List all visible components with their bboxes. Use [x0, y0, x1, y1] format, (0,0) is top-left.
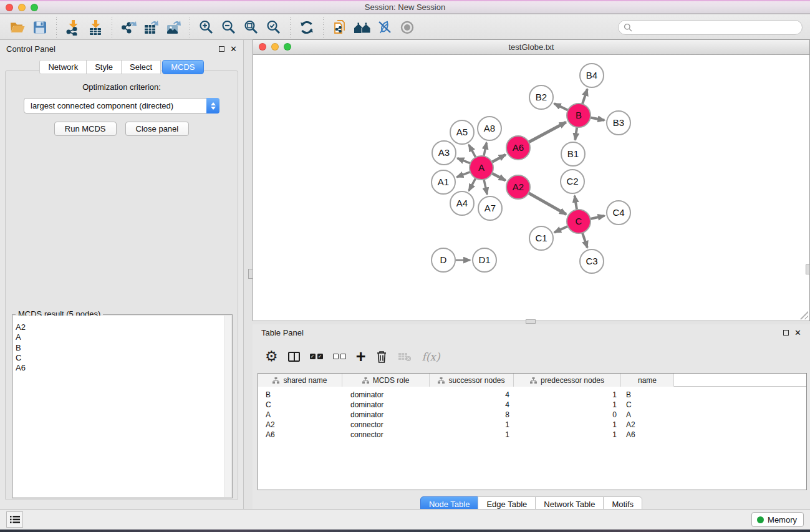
graph-edge-C-C4[interactable] — [591, 216, 605, 219]
result-item[interactable]: A6 — [13, 363, 231, 373]
float-panel-icon[interactable] — [219, 46, 224, 52]
tab-select[interactable]: Select — [121, 60, 161, 74]
graph-node-B4[interactable]: B4 — [580, 64, 604, 87]
graph-edge-A-A7[interactable] — [484, 180, 487, 195]
graph-node-D1[interactable]: D1 — [473, 248, 496, 272]
tab-mcds[interactable]: MCDS — [162, 60, 203, 74]
network-graph[interactable]: AA1A2A3A4A5A6A7A8BB1B2B3B4CC1C2C3C4DD1 — [253, 55, 809, 321]
graph-node-A2[interactable]: A2 — [506, 175, 530, 199]
graph-node-C[interactable]: C — [567, 210, 591, 233]
select-all-icon[interactable]: ✓✓ — [310, 347, 323, 366]
graph-edge-C-C2[interactable] — [575, 196, 577, 210]
close-panel-icon[interactable]: ✕ — [230, 46, 237, 52]
eye-icon[interactable] — [398, 18, 417, 37]
close-window-icon[interactable] — [6, 4, 13, 11]
clone-network-icon[interactable] — [330, 18, 349, 37]
graph-edge-C-C3[interactable] — [582, 233, 587, 248]
search-input[interactable] — [632, 23, 797, 32]
graph-node-A6[interactable]: A6 — [506, 136, 530, 160]
save-icon[interactable] — [31, 18, 49, 37]
graph-node-C3[interactable]: C3 — [580, 249, 604, 273]
tab-style[interactable]: Style — [86, 60, 122, 74]
graph-edge-C-C1[interactable] — [554, 226, 568, 233]
column-header-MCDS-role[interactable]: MCDS role — [342, 374, 430, 387]
show-columns-icon[interactable] — [288, 347, 300, 366]
graph-edge-B-B3[interactable] — [591, 118, 605, 120]
table-row[interactable]: Bdominator41B — [258, 390, 806, 400]
graph-node-A4[interactable]: A4 — [450, 191, 474, 215]
table-cell[interactable]: 1 — [514, 430, 621, 439]
minimize-window-icon[interactable] — [18, 4, 26, 11]
run-mcds-button[interactable]: Run MCDS — [54, 122, 117, 136]
table-row[interactable]: A2connector11A2 — [258, 420, 806, 430]
table-cell[interactable]: connector — [342, 420, 430, 429]
table-cell[interactable]: dominator — [342, 400, 430, 409]
graph-node-A1[interactable]: A1 — [432, 170, 455, 194]
refresh-layout-icon[interactable] — [297, 18, 316, 37]
zoom-fit-icon[interactable] — [242, 18, 261, 37]
graph-edge-B-B1[interactable] — [575, 127, 577, 140]
graph-node-B[interactable]: B — [567, 104, 591, 127]
table-row[interactable]: Adominator80A — [258, 410, 806, 420]
table-cell[interactable]: 1 — [430, 430, 514, 439]
graph-edge-A-A8[interactable] — [484, 143, 487, 157]
column-header-shared-name[interactable]: shared name — [258, 374, 342, 387]
optimization-criterion-dropdown[interactable]: largest connected component (directed) — [24, 98, 219, 114]
column-header-successor-nodes[interactable]: successor nodes — [430, 374, 514, 387]
graph-edge-A6-B[interactable] — [529, 122, 566, 142]
network-minimize-icon[interactable] — [271, 43, 279, 51]
hide-annotations-icon[interactable] — [375, 18, 394, 37]
result-item[interactable]: B — [13, 343, 231, 353]
table-cell[interactable]: 0 — [514, 410, 621, 419]
table-cell[interactable]: A6 — [258, 430, 342, 439]
graph-edge-A-A4[interactable] — [469, 178, 476, 191]
graph-node-B1[interactable]: B1 — [561, 142, 585, 166]
column-header-name[interactable]: name — [621, 374, 674, 387]
table-cell[interactable]: 4 — [430, 390, 514, 399]
graph-node-A3[interactable]: A3 — [432, 141, 456, 165]
table-cell[interactable]: C — [258, 400, 342, 409]
table-row[interactable]: A6connector11A6 — [258, 430, 806, 440]
zoom-window-icon[interactable] — [31, 4, 38, 11]
splitter-grip-right[interactable] — [806, 264, 810, 274]
graph-node-A5[interactable]: A5 — [450, 120, 474, 144]
graph-node-C4[interactable]: C4 — [607, 201, 630, 225]
table-cell[interactable]: 1 — [430, 420, 514, 429]
import-network-icon[interactable] — [64, 18, 82, 37]
export-table-icon[interactable] — [142, 18, 160, 37]
graph-node-A7[interactable]: A7 — [478, 196, 502, 220]
graph-node-D[interactable]: D — [432, 248, 455, 272]
graph-node-B2[interactable]: B2 — [529, 85, 553, 109]
zoom-selected-icon[interactable] — [264, 18, 283, 37]
graph-edge-A2-C[interactable] — [529, 193, 566, 214]
network-close-icon[interactable] — [259, 43, 266, 51]
export-network-icon[interactable] — [119, 18, 138, 37]
splitter-grip-left[interactable] — [248, 269, 253, 279]
column-header-predecessor-nodes[interactable]: predecessor nodes — [514, 374, 621, 387]
result-scrollbar[interactable] — [224, 316, 231, 497]
table-cell[interactable]: 1 — [514, 420, 621, 429]
graph-node-C2[interactable]: C2 — [561, 170, 584, 193]
result-item[interactable]: A2 — [13, 322, 231, 332]
result-item[interactable]: C — [13, 353, 231, 363]
table-cell[interactable]: connector — [342, 430, 430, 439]
table-cell[interactable]: A2 — [621, 420, 674, 429]
export-image-icon[interactable] — [164, 18, 183, 37]
zoom-out-icon[interactable] — [219, 18, 238, 37]
table-cell[interactable]: dominator — [342, 410, 430, 419]
close-table-panel-icon[interactable]: ✕ — [794, 330, 801, 336]
graph-edge-A-A2[interactable] — [492, 173, 506, 180]
float-table-panel-icon[interactable] — [783, 330, 789, 336]
import-table-icon[interactable] — [86, 18, 105, 37]
result-item[interactable]: A — [13, 332, 231, 342]
table-cell[interactable]: dominator — [342, 390, 430, 399]
delete-row-icon[interactable] — [375, 347, 388, 366]
table-cell[interactable]: A6 — [621, 430, 674, 439]
graph-edge-A-A1[interactable] — [457, 172, 471, 177]
tab-network[interactable]: Network — [39, 60, 87, 74]
home-icon[interactable] — [353, 18, 372, 37]
table-row[interactable]: Cdominator41C — [258, 400, 806, 410]
open-file-icon[interactable] — [8, 18, 27, 37]
task-history-button[interactable] — [6, 511, 23, 528]
add-row-icon[interactable]: + — [356, 347, 366, 366]
